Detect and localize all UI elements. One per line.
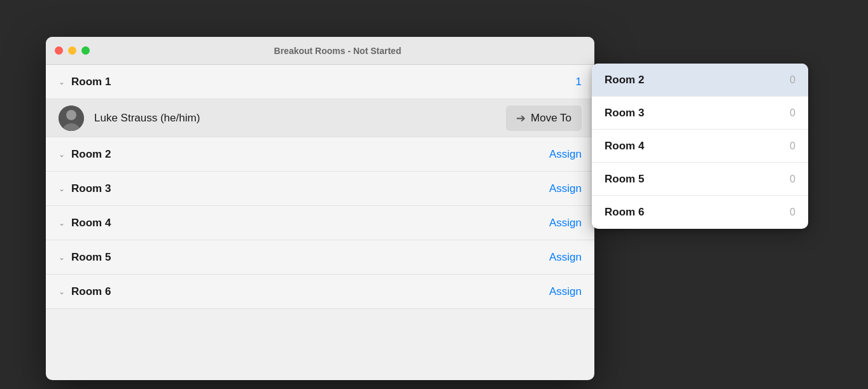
room-5-name: Room 5 [71, 251, 111, 264]
minimize-button[interactable] [68, 46, 76, 55]
window-title: Breakout Rooms - Not Started [90, 46, 585, 56]
dropdown-room2-count: 0 [790, 74, 795, 86]
close-button[interactable] [55, 46, 63, 55]
avatar [59, 106, 84, 131]
maximize-button[interactable] [81, 46, 90, 55]
room-2-row[interactable]: ⌄ Room 2 Assign [46, 137, 594, 172]
participant-name: Luke Strauss (he/him) [94, 112, 200, 125]
move-to-button[interactable]: ➔ Move To [506, 106, 582, 131]
room-5-assign-button[interactable]: Assign [549, 251, 582, 264]
dropdown-room3-count: 0 [790, 107, 795, 119]
move-to-dropdown: Room 2 0 Room 3 0 Room 4 0 Room 5 0 Room… [592, 64, 808, 229]
move-icon: ➔ [516, 111, 526, 125]
breakout-rooms-window: Breakout Rooms - Not Started ⌄ Room 1 1 … [46, 37, 594, 380]
dropdown-item-room5[interactable]: Room 5 0 [592, 163, 808, 196]
chevron-down-icon: ⌄ [59, 150, 65, 159]
chevron-down-icon: ⌄ [59, 219, 65, 228]
traffic-lights [55, 46, 90, 55]
room-6-name: Room 6 [71, 285, 111, 298]
dropdown-room2-label: Room 2 [605, 74, 790, 86]
dropdown-item-room2[interactable]: Room 2 0 [592, 64, 808, 97]
room-2-name: Room 2 [71, 148, 111, 161]
room-4-assign-button[interactable]: Assign [549, 217, 582, 229]
chevron-down-icon: ⌄ [59, 78, 65, 86]
participant-row: Luke Strauss (he/him) ➔ Move To [46, 99, 594, 137]
window-body: ⌄ Room 1 1 Luke Strauss (he/him) ➔ Move … [46, 65, 594, 309]
chevron-down-icon: ⌄ [59, 253, 65, 262]
dropdown-room4-label: Room 4 [605, 140, 790, 153]
dropdown-item-room4[interactable]: Room 4 0 [592, 130, 808, 163]
title-bar: Breakout Rooms - Not Started [46, 37, 594, 65]
room-1-count: 1 [576, 76, 582, 88]
dropdown-item-room3[interactable]: Room 3 0 [592, 97, 808, 130]
room-5-row[interactable]: ⌄ Room 5 Assign [46, 240, 594, 275]
room-4-name: Room 4 [71, 217, 111, 229]
dropdown-room5-count: 0 [790, 174, 795, 185]
chevron-down-icon: ⌄ [59, 287, 65, 296]
dropdown-room6-label: Room 6 [605, 206, 790, 219]
svg-point-1 [66, 110, 76, 120]
dropdown-item-room6[interactable]: Room 6 0 [592, 196, 808, 229]
room-3-assign-button[interactable]: Assign [549, 182, 582, 195]
room-3-row[interactable]: ⌄ Room 3 Assign [46, 172, 594, 206]
chevron-down-icon: ⌄ [59, 184, 65, 193]
room-2-assign-button[interactable]: Assign [549, 148, 582, 161]
dropdown-room6-count: 0 [790, 207, 795, 218]
move-to-label: Move To [531, 112, 571, 125]
room-6-row[interactable]: ⌄ Room 6 Assign [46, 275, 594, 309]
room-3-name: Room 3 [71, 182, 111, 195]
room-6-assign-button[interactable]: Assign [549, 285, 582, 298]
dropdown-room4-count: 0 [790, 140, 795, 152]
participant-info: Luke Strauss (he/him) [59, 106, 506, 131]
room-1-row[interactable]: ⌄ Room 1 1 [46, 65, 594, 99]
room-1-name: Room 1 [71, 76, 111, 88]
dropdown-room5-label: Room 5 [605, 173, 790, 186]
room-4-row[interactable]: ⌄ Room 4 Assign [46, 206, 594, 240]
dropdown-room3-label: Room 3 [605, 107, 790, 119]
